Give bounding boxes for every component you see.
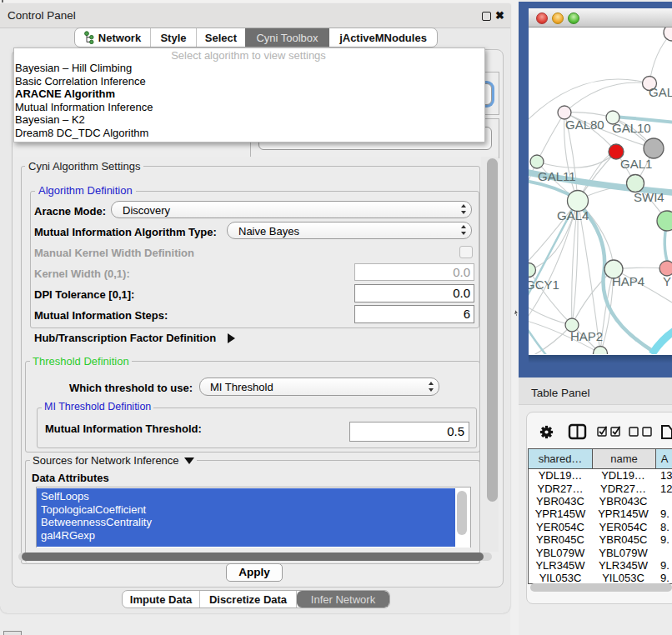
svg-text:GAL80: GAL80 bbox=[565, 118, 604, 132]
svg-text:GAL10: GAL10 bbox=[612, 121, 651, 135]
svg-text:GAL11: GAL11 bbox=[538, 169, 576, 183]
svg-text:SWI4: SWI4 bbox=[634, 190, 664, 204]
svg-text:Y: Y bbox=[663, 274, 671, 288]
svg-text:GAL1: GAL1 bbox=[620, 157, 652, 171]
svg-text:HAP4: HAP4 bbox=[612, 274, 644, 288]
svg-text:GAL7: GAL7 bbox=[649, 85, 672, 99]
svg-text:HAP2: HAP2 bbox=[570, 329, 603, 343]
svg-text:GAL4: GAL4 bbox=[557, 208, 589, 222]
svg-text:GCY1: GCY1 bbox=[529, 278, 559, 292]
